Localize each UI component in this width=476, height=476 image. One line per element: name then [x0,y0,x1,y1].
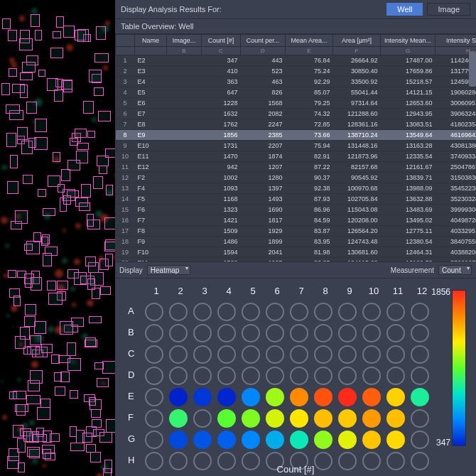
well-B3[interactable] [193,324,212,342]
tab-well[interactable]: Well [386,3,423,16]
well-B11[interactable] [386,324,405,342]
well-G9[interactable] [338,431,357,449]
table-row[interactable]: 14F51168149387.93102705.8413632.88352303… [116,194,477,205]
table-row[interactable]: 10E111470187482.91121873.9612335.5437409… [116,151,477,162]
table-row[interactable]: 13F41093139792.38100970.6813988.09354522… [116,183,477,194]
well-A8[interactable] [314,303,332,321]
well-A9[interactable] [338,303,357,321]
well-F10[interactable] [362,409,381,428]
col-header[interactable]: Image... [167,35,202,47]
well-C8[interactable] [314,345,332,364]
table-row[interactable]: 19F101594204181.98130681.6012464.3140388… [116,247,477,258]
well-D1[interactable] [145,367,163,385]
well-C7[interactable] [290,345,308,364]
well-F5[interactable] [242,409,260,428]
col-header[interactable]: Intensity Sum... [436,35,477,47]
well-G6[interactable] [266,431,284,449]
well-B12[interactable] [411,324,429,342]
well-E10[interactable] [362,388,381,406]
well-F7[interactable] [290,409,308,428]
table-scrollbar[interactable] [469,51,476,87]
col-header[interactable]: Count per... [241,35,286,47]
well-G7[interactable] [290,431,308,449]
well-A6[interactable] [266,303,284,321]
well-A4[interactable] [217,303,236,321]
well-B9[interactable] [338,324,357,342]
well-D10[interactable] [362,367,381,385]
well-B10[interactable] [362,324,381,342]
well-G12[interactable] [411,431,429,449]
well-E8[interactable] [314,388,332,406]
well-B2[interactable] [169,324,188,342]
well-D7[interactable] [290,367,308,385]
well-C2[interactable] [169,345,188,364]
well-C9[interactable] [338,345,357,364]
well-B4[interactable] [217,324,236,342]
well-C12[interactable] [411,345,429,364]
col-header[interactable]: Area [µm²] [333,35,381,47]
well-G2[interactable] [169,431,188,449]
col-header[interactable]: Intensity Mean... [381,35,436,47]
well-A10[interactable] [362,303,381,321]
well-E7[interactable] [290,388,308,406]
well-D4[interactable] [217,367,236,385]
results-table[interactable]: NameImage...Count [#]Count per...Mean Ar… [115,34,476,262]
well-D9[interactable] [338,367,357,385]
display-mode-select[interactable]: Heatmap [147,265,190,275]
well-D6[interactable] [266,367,284,385]
image-preview[interactable] [0,0,115,476]
col-header[interactable]: Count [#] [202,35,241,47]
table-row[interactable]: 1E234744376.8426664.9217487.001142468004… [116,55,477,66]
table-row[interactable]: 9E101731220775.94131448.1613163.28430813… [116,141,477,151]
well-C10[interactable] [362,345,381,364]
well-A7[interactable] [290,303,308,321]
table-row[interactable]: 20F111509192582.25124115.6812199.7837669… [116,258,477,263]
well-B5[interactable] [242,324,260,342]
table-row[interactable]: 3E436346392.2933500.9215218.571245957300… [116,77,477,87]
table-row[interactable]: 8E91856238573.66138710.2413549.644616964… [116,130,477,141]
well-F9[interactable] [338,409,357,428]
well-A5[interactable] [242,303,260,321]
well-E4[interactable] [217,388,236,406]
well-G5[interactable] [242,431,260,449]
well-G3[interactable] [193,431,212,449]
table-row[interactable]: 18F91486189983.95124743.4812380.54384075… [116,237,477,247]
table-row[interactable]: 5E61228156879.2597314.6412653.6030060951… [116,98,477,109]
table-row[interactable]: 15F61323169086.96115043.0813483.69399993… [116,205,477,215]
well-A12[interactable] [411,303,429,321]
well-F8[interactable] [314,409,332,428]
table-row[interactable]: 17F81509192983.87126564.2012775.11403329… [116,226,477,237]
well-D3[interactable] [193,367,212,385]
well-F2[interactable] [169,409,188,428]
well-F12[interactable] [411,409,429,428]
well-E9[interactable] [338,388,357,406]
well-E5[interactable] [242,388,260,406]
well-D5[interactable] [242,367,260,385]
well-A11[interactable] [386,303,405,321]
table-row[interactable]: 2E341052375.2430850.4017659.861317797094… [116,66,477,77]
table-row[interactable]: 4E564782685.0755041.4414121.151906028656… [116,87,477,98]
well-E3[interactable] [193,388,212,406]
well-E11[interactable] [386,388,405,406]
col-header[interactable]: Mean Area... [286,35,333,47]
col-header[interactable] [116,35,135,47]
well-B7[interactable] [290,324,308,342]
table-row[interactable]: 11E12942120787.2282157.6812161.672504786… [116,162,477,173]
col-header[interactable]: Name [135,35,167,47]
well-A3[interactable] [193,303,212,321]
well-B6[interactable] [266,324,284,342]
table-row[interactable]: 16F71421181784.59120208.0013495.02404987… [116,215,477,226]
well-C5[interactable] [242,345,260,364]
well-G11[interactable] [386,431,405,449]
well-D11[interactable] [386,367,405,385]
well-G10[interactable] [362,431,381,449]
well-D2[interactable] [169,367,188,385]
table-row[interactable]: 6E71632208274.32121288.6012943.953906324… [116,109,477,119]
well-C11[interactable] [386,345,405,364]
well-B8[interactable] [314,324,332,342]
well-E12[interactable] [411,388,429,406]
well-C4[interactable] [217,345,236,364]
tab-image[interactable]: Image [427,3,470,16]
well-F11[interactable] [386,409,405,428]
well-C6[interactable] [266,345,284,364]
